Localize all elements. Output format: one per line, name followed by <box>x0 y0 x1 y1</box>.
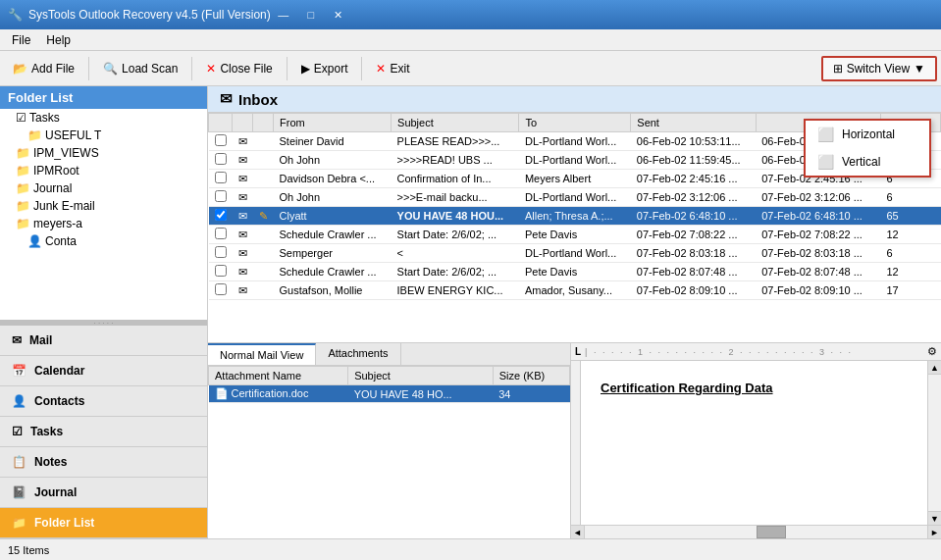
tree-item-ipmroot[interactable]: 📁 IPMRoot <box>0 162 207 179</box>
ruler-settings-icon[interactable]: ⚙ <box>927 345 937 358</box>
email-sent2: 07-Feb-02 8:09:10 ... <box>756 281 880 300</box>
email-checkbox[interactable] <box>215 283 227 295</box>
col-subject[interactable]: Subject <box>392 114 519 132</box>
email-checkbox[interactable] <box>215 246 227 258</box>
load-scan-button[interactable]: 🔍 Load Scan <box>94 58 186 79</box>
email-from: Semperger <box>274 244 392 263</box>
nav-calendar[interactable]: 📅 Calendar <box>0 356 207 386</box>
toolbar-separator-2 <box>191 57 192 80</box>
tab-attachments[interactable]: Attachments <box>316 343 400 365</box>
col-from[interactable]: From <box>274 114 392 132</box>
email-sent: 07-Feb-02 8:09:10 ... <box>631 281 756 300</box>
exit-button[interactable]: ✕ Exit <box>367 58 418 79</box>
email-checkbox-cell[interactable] <box>209 170 233 188</box>
folder-tree[interactable]: ☑ Tasks 📁 USEFUL T 📁 IPM_VIEWS 📁 IPMRoot… <box>0 109 207 320</box>
table-row[interactable]: ✉ Oh John >>>E-mail backu... DL-Portland… <box>209 188 941 207</box>
table-row[interactable]: ✉ Schedule Crawler ... Start Date: 2/6/0… <box>209 263 941 281</box>
title-bar: 🔧 SysTools Outlook Recovery v4.5 (Full V… <box>0 0 941 29</box>
tab-normal-mail-view[interactable]: Normal Mail View <box>208 343 316 365</box>
switch-view-dropdown: ⬜ Horizontal ⬜ Vertical <box>804 119 931 178</box>
tree-item-conta[interactable]: 👤 Conta <box>0 232 207 250</box>
email-subject: YOU HAVE 48 HOU... <box>392 207 519 226</box>
email-checkbox[interactable] <box>215 172 227 183</box>
menu-help[interactable]: Help <box>38 31 78 49</box>
list-item[interactable]: 📄 Certification.doc YOU HAVE 48 HO... 34 <box>209 385 570 403</box>
email-to: Amador, Susany... <box>519 281 631 300</box>
folder-list-header: Folder List <box>0 86 207 109</box>
preview-scrollbar[interactable]: ▲ ▼ <box>927 361 941 525</box>
main-area: Folder List ☑ Tasks 📁 USEFUL T 📁 IPM_VIE… <box>0 86 941 538</box>
email-checkbox[interactable] <box>215 209 227 221</box>
nav-mail[interactable]: ✉ Mail <box>0 326 207 356</box>
horizontal-view-item[interactable]: ⬜ Horizontal <box>806 121 929 148</box>
scroll-left-btn[interactable]: ◄ <box>571 526 585 538</box>
items-count: 15 Items <box>8 544 49 556</box>
tree-item-journal[interactable]: 📁 Journal <box>0 179 207 197</box>
close-button[interactable]: ✕ <box>326 5 351 25</box>
table-row[interactable]: ✉ Gustafson, Mollie IBEW ENERGY KIC... A… <box>209 281 941 300</box>
email-checkbox[interactable] <box>215 228 227 239</box>
task-icon: ☑ <box>16 111 26 125</box>
email-checkbox-cell[interactable] <box>209 132 233 151</box>
col-to[interactable]: To <box>519 114 631 132</box>
tree-item-junk[interactable]: 📁 Junk E-mail <box>0 197 207 215</box>
nav-journal[interactable]: 📓 Journal <box>0 478 207 508</box>
tree-item-ipm-views[interactable]: 📁 IPM_VIEWS <box>0 144 207 162</box>
nav-contacts[interactable]: 👤 Contacts <box>0 386 207 417</box>
email-size: 6 <box>880 244 940 263</box>
switch-view-button[interactable]: ⊞ Switch View ▼ ⬜ Horizontal ⬜ Vertical <box>821 56 937 81</box>
scroll-down-btn[interactable]: ▼ <box>928 511 941 525</box>
email-checkbox[interactable] <box>215 190 227 202</box>
tree-item-tasks[interactable]: ☑ Tasks <box>0 109 207 127</box>
nav-tasks[interactable]: ☑ Tasks <box>0 417 207 447</box>
email-subject: >>>>READ! UBS ... <box>392 151 519 170</box>
col-sent[interactable]: Sent <box>631 114 756 132</box>
email-sent: 06-Feb-02 11:59:45... <box>631 151 756 170</box>
email-checkbox-cell[interactable] <box>209 263 233 281</box>
scroll-right-btn[interactable]: ► <box>927 526 941 538</box>
email-flag-cell <box>253 244 274 263</box>
preview-hscrollbar[interactable]: ◄ ► <box>571 525 941 538</box>
email-checkbox[interactable] <box>215 134 227 146</box>
hscroll-thumb[interactable] <box>757 526 786 538</box>
export-button[interactable]: ▶ Export <box>292 58 357 79</box>
email-checkbox-cell[interactable] <box>209 188 233 207</box>
folder-icon-2: 📁 <box>16 146 30 160</box>
email-flag-cell <box>253 151 274 170</box>
ruler-l-marker: L <box>575 346 581 357</box>
email-checkbox-cell[interactable] <box>209 244 233 263</box>
col-attach-size[interactable]: Size (KB) <box>493 367 569 385</box>
email-checkbox-cell[interactable] <box>209 207 233 226</box>
add-file-button[interactable]: 📂 Add File <box>4 58 83 79</box>
menu-file[interactable]: File <box>4 31 38 49</box>
col-flag <box>253 114 274 132</box>
attachment-list: 📄 Certification.doc YOU HAVE 48 HO... 34 <box>209 385 570 403</box>
tree-item-useful[interactable]: 📁 USEFUL T <box>0 127 207 144</box>
envelope-icon: ✉ <box>238 173 247 184</box>
email-checkbox-cell[interactable] <box>209 281 233 300</box>
col-attach-name[interactable]: Attachment Name <box>209 367 348 385</box>
minimize-button[interactable]: — <box>271 5 296 25</box>
vertical-view-item[interactable]: ⬜ Vertical <box>806 148 929 176</box>
table-row[interactable]: ✉ Schedule Crawler ... Start Date: 2/6/0… <box>209 226 941 244</box>
maximize-button[interactable]: □ <box>298 5 324 25</box>
horizontal-icon: ⬜ <box>817 127 834 142</box>
preview-content[interactable]: Certification Regarding Data <box>581 361 927 525</box>
tree-item-meyers[interactable]: 📁 meyers-a <box>0 215 207 232</box>
email-size: 12 <box>880 226 940 244</box>
email-size: 17 <box>880 281 940 300</box>
attach-table-container[interactable]: Attachment Name Subject Size (KB) 📄 Cert… <box>208 366 570 538</box>
email-checkbox-cell[interactable] <box>209 226 233 244</box>
email-checkbox-cell[interactable] <box>209 151 233 170</box>
table-row[interactable]: ✉ ✎ Clyatt YOU HAVE 48 HOU... Allen; Thr… <box>209 207 941 226</box>
email-checkbox[interactable] <box>215 153 227 165</box>
nav-notes[interactable]: 📋 Notes <box>0 447 207 478</box>
nav-folder-list[interactable]: 📁 Folder List <box>0 508 207 538</box>
close-file-button[interactable]: ✕ Close File <box>197 58 281 79</box>
email-checkbox[interactable] <box>215 265 227 277</box>
toolbar-separator <box>88 57 89 80</box>
scroll-up-btn[interactable]: ▲ <box>928 361 941 375</box>
table-row[interactable]: ✉ Semperger < DL-Portland Worl... 07-Feb… <box>209 244 941 263</box>
col-attach-subject[interactable]: Subject <box>348 367 494 385</box>
sidebar: Folder List ☑ Tasks 📁 USEFUL T 📁 IPM_VIE… <box>0 86 208 538</box>
